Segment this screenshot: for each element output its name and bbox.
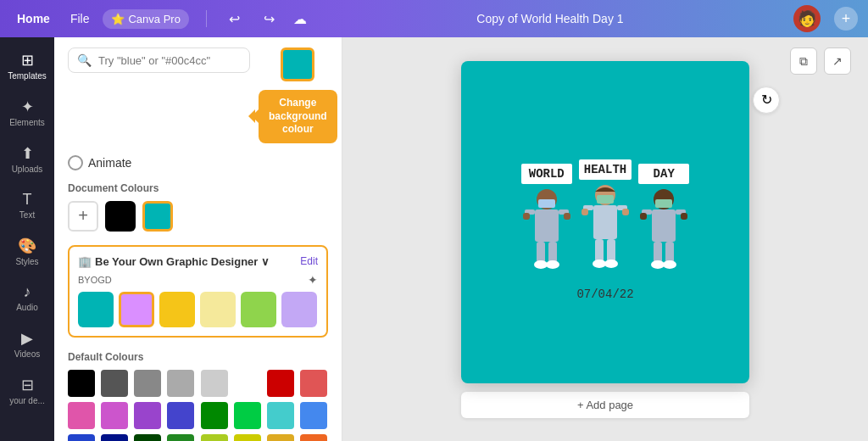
copy-button[interactable]: ⧉ xyxy=(790,47,817,75)
elements-icon: ✦ xyxy=(21,98,34,116)
person-svg-3 xyxy=(638,184,689,277)
sidebar-item-audio[interactable]: ♪ Audio xyxy=(3,276,51,319)
default-color-15[interactable] xyxy=(300,402,327,429)
refresh-button[interactable]: ↻ xyxy=(753,87,780,114)
search-icon: 🔍 xyxy=(77,53,92,67)
person-svg-1 xyxy=(521,184,572,277)
animate-label: Animate xyxy=(88,156,131,170)
svg-rect-13 xyxy=(593,205,617,239)
brand-kit-byogd-label: BYOGD xyxy=(78,275,112,285)
canvas-toolbar: ⧉ ↗ xyxy=(790,47,851,75)
templates-icon: ⊞ xyxy=(21,51,34,70)
brand-swatch-1[interactable] xyxy=(119,292,154,327)
top-nav: Home File ⭐ Canva Pro ↩ ↪ ☁ Copy of Worl… xyxy=(0,0,868,37)
home-button[interactable]: Home xyxy=(10,8,57,29)
text-icon: T xyxy=(23,191,32,209)
building-icon: 🏢 xyxy=(78,255,92,268)
uploads-label: Uploads xyxy=(12,165,43,174)
svg-point-9 xyxy=(534,260,548,269)
default-color-23[interactable] xyxy=(300,434,327,441)
styles-icon: 🎨 xyxy=(18,237,36,255)
default-color-22[interactable] xyxy=(267,434,294,441)
brand-swatch-2[interactable] xyxy=(159,292,195,327)
default-color-16[interactable] xyxy=(68,434,95,441)
sidebar-item-templates[interactable]: ⊞ Templates xyxy=(3,44,51,87)
default-color-19[interactable] xyxy=(167,434,194,441)
default-color-3[interactable] xyxy=(167,370,194,397)
default-color-17[interactable] xyxy=(101,434,128,441)
user-avatar[interactable]: 🧑 xyxy=(793,5,821,32)
default-color-18[interactable] xyxy=(134,434,161,441)
sidebar-item-uploads[interactable]: ⬆ Uploads xyxy=(3,137,51,181)
svg-rect-6 xyxy=(564,213,570,220)
svg-rect-16 xyxy=(581,209,588,215)
figure-1: WORLD xyxy=(521,164,572,277)
animate-circle-icon xyxy=(68,155,83,170)
sidebar-item-styles[interactable]: 🎨 Styles xyxy=(3,230,51,273)
svg-point-20 xyxy=(593,260,606,268)
document-title: Copy of World Health Day 1 xyxy=(476,12,623,25)
undo-button[interactable]: ↩ xyxy=(224,8,245,31)
redo-button[interactable]: ↪ xyxy=(259,8,280,31)
default-colours-grid xyxy=(68,370,328,441)
brand-kit-title[interactable]: 🏢 Be Your Own Graphic Designer ∨ xyxy=(78,255,270,268)
svg-rect-27 xyxy=(640,213,647,220)
svg-rect-18 xyxy=(595,239,604,263)
share-button[interactable]: + xyxy=(834,7,858,31)
default-color-8[interactable] xyxy=(68,402,95,429)
canvas-area: ⧉ ↗ WORLD xyxy=(342,37,868,441)
default-color-5[interactable] xyxy=(234,370,261,397)
default-color-6[interactable] xyxy=(267,370,294,397)
sign-world: WORLD xyxy=(521,164,572,184)
default-color-7[interactable] xyxy=(300,370,327,397)
default-color-9[interactable] xyxy=(101,402,128,429)
default-color-12[interactable] xyxy=(201,402,228,429)
sidebar-item-videos[interactable]: ▶ Videos xyxy=(3,322,51,366)
canva-pro-button[interactable]: ⭐ Canva Pro xyxy=(103,9,188,29)
brand-swatch-5[interactable] xyxy=(281,292,317,327)
chevron-down-icon: ∨ xyxy=(261,255,270,268)
default-color-13[interactable] xyxy=(234,402,261,429)
svg-rect-1 xyxy=(538,199,555,208)
default-color-1[interactable] xyxy=(101,370,128,397)
file-menu[interactable]: File xyxy=(70,12,90,25)
default-color-20[interactable] xyxy=(201,434,228,441)
animate-button[interactable]: Animate xyxy=(68,155,328,170)
brand-swatch-4[interactable] xyxy=(241,292,276,327)
default-color-10[interactable] xyxy=(134,402,161,429)
svg-rect-19 xyxy=(607,239,615,263)
canvas-date: 07/04/22 xyxy=(576,287,633,301)
svg-rect-2 xyxy=(535,209,559,242)
sign-day: DAY xyxy=(638,164,689,184)
svg-point-31 xyxy=(651,260,665,269)
figure-3: DAY xyxy=(638,164,689,277)
export-button[interactable]: ↗ xyxy=(824,47,851,75)
color-panel: 🔍 Change background colour Animate Docum… xyxy=(54,37,342,441)
default-color-11[interactable] xyxy=(167,402,194,429)
svg-rect-28 xyxy=(681,213,687,220)
default-color-4[interactable] xyxy=(201,370,228,397)
doc-color-black[interactable] xyxy=(105,201,136,232)
color-search-input[interactable] xyxy=(98,54,241,67)
add-page-button[interactable]: + Add page xyxy=(461,392,749,418)
brand-kit-edit-button[interactable]: Edit xyxy=(300,255,318,267)
uploads-icon: ⬆ xyxy=(21,144,34,163)
brand-swatch-0[interactable] xyxy=(78,292,114,327)
default-color-2[interactable] xyxy=(134,370,161,397)
current-color-swatch[interactable] xyxy=(281,47,314,81)
sidebar-item-your-designs[interactable]: ⊟ your de... xyxy=(3,369,51,412)
sidebar-item-text[interactable]: T Text xyxy=(3,184,51,226)
default-color-14[interactable] xyxy=(267,402,294,429)
default-color-21[interactable] xyxy=(234,434,261,441)
brand-swatch-3[interactable] xyxy=(200,292,236,327)
sidebar-item-elements[interactable]: ✦ Elements xyxy=(3,91,51,134)
elements-label: Elements xyxy=(9,118,45,127)
cloud-save-icon[interactable]: ☁ xyxy=(293,11,307,27)
figure-2: HEALTH xyxy=(579,159,632,277)
svg-rect-24 xyxy=(652,209,676,242)
add-color-button[interactable]: + xyxy=(68,201,98,232)
audio-label: Audio xyxy=(16,303,38,312)
change-background-colour-tooltip: Change background colour xyxy=(259,90,337,143)
default-color-0[interactable] xyxy=(68,370,95,397)
doc-color-teal[interactable] xyxy=(142,201,173,232)
